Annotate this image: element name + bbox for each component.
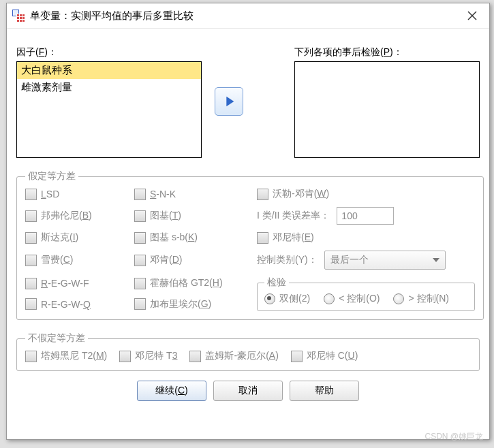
posthoc-listbox[interactable] — [294, 61, 480, 158]
cancel-button[interactable]: 取消 — [213, 381, 283, 401]
arrow-right-icon — [221, 94, 236, 109]
group-equal-variance: 假定等方差 LSD S-N-K 沃勒-邓肯(W) 邦弗伦尼(B) 图基(T) — [16, 170, 484, 320]
close-icon — [467, 11, 477, 20]
dialog-posthoc: 单变量：实测平均值的事后多重比较 因子(F)： 大白鼠种系 雌激素剂量 — [6, 3, 490, 440]
cb-gabriel[interactable]: 加布里埃尔(G) — [134, 298, 257, 310]
list-item[interactable]: 大白鼠种系 — [17, 62, 201, 79]
radio-gt-control[interactable]: > 控制(N) — [393, 293, 449, 305]
move-right-button[interactable] — [215, 87, 243, 116]
group-test-legend: 检验 — [264, 276, 289, 289]
error-ratio-input[interactable]: 100 — [337, 207, 394, 225]
cb-dunnett-t3[interactable]: 邓尼特 T3 — [119, 350, 177, 362]
control-category-value: 最后一个 — [330, 254, 369, 266]
cb-lsd[interactable]: LSD — [25, 189, 134, 200]
cb-tukey[interactable]: 图基(T) — [134, 210, 257, 222]
titlebar: 单变量：实测平均值的事后多重比较 — [7, 3, 489, 29]
cb-dunnett[interactable]: 邓尼特(E) — [257, 231, 475, 244]
posthoc-label: 下列各项的事后检验(P)： — [294, 46, 480, 59]
app-icon — [12, 10, 25, 22]
cb-sidak[interactable]: 斯达克(I) — [25, 231, 134, 244]
svg-marker-2 — [226, 97, 234, 107]
radio-lt-control[interactable]: < 控制(O) — [324, 293, 380, 305]
group-unequal-variance: 不假定等方差 塔姆黑尼 T2(M) 邓尼特 T3 盖姆斯-豪厄尔(A) 邓尼特 … — [16, 332, 480, 371]
group-unequal-legend: 不假定等方差 — [25, 332, 88, 345]
continue-button[interactable]: 继续(C) — [137, 381, 206, 401]
list-item[interactable]: 雌激素剂量 — [17, 79, 201, 96]
radio-two-sided[interactable]: 双侧(2) — [264, 293, 310, 305]
control-category-select[interactable]: 最后一个 — [324, 251, 446, 270]
cb-bonferroni[interactable]: 邦弗伦尼(B) — [25, 210, 134, 222]
help-button[interactable]: 帮助 — [290, 381, 359, 401]
cb-waller-duncan[interactable]: 沃勒-邓肯(W) — [257, 188, 475, 200]
control-category-row: 控制类别(Y)： 最后一个 — [257, 251, 475, 270]
window-title: 单变量：实测平均值的事后多重比较 — [30, 10, 194, 22]
cb-tamhane[interactable]: 塔姆黑尼 T2(M) — [25, 350, 107, 362]
group-equal-legend: 假定等方差 — [25, 170, 78, 182]
cb-snk[interactable]: S-N-K — [134, 189, 257, 200]
cb-duncan[interactable]: 邓肯(D) — [134, 254, 257, 266]
cb-games-howell[interactable]: 盖姆斯-豪厄尔(A) — [189, 350, 278, 362]
cb-regwf[interactable]: R-E-G-W-F — [25, 278, 134, 289]
cb-scheffe[interactable]: 雪费(C) — [25, 254, 134, 266]
cb-hochberg[interactable]: 霍赫伯格 GT2(H) — [134, 277, 257, 289]
error-ratio-label: I 类/II 类误差率： — [257, 210, 330, 222]
control-category-label: 控制类别(Y)： — [257, 254, 318, 266]
close-button[interactable] — [461, 7, 484, 25]
chevron-down-icon — [433, 258, 439, 262]
error-ratio-row: I 类/II 类误差率： 100 — [257, 207, 475, 225]
factors-listbox[interactable]: 大白鼠种系 雌激素剂量 — [16, 61, 202, 158]
cb-dunnett-c[interactable]: 邓尼特 C(U) — [291, 350, 358, 362]
group-test-direction: 检验 双侧(2) < 控制(O) > 控制(N) — [257, 276, 475, 311]
factors-label: 因子(F)： — [16, 46, 202, 59]
cb-regwq[interactable]: R-E-G-W-Q — [25, 298, 134, 310]
cb-tukey-sb[interactable]: 图基 s-b(K) — [134, 231, 257, 244]
